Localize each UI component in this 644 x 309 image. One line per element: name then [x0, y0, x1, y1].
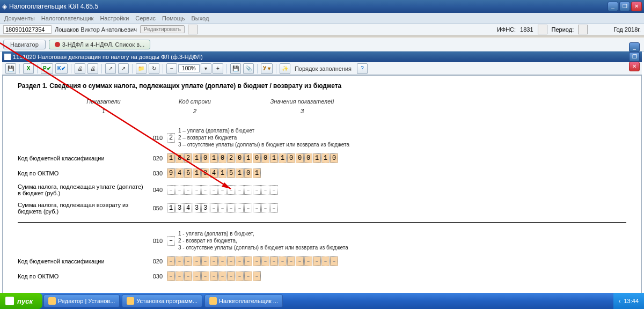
ifns-button[interactable] [538, 25, 547, 34]
toolbar-k-button[interactable]: K✔ [55, 63, 68, 74]
r030: Код по ОКТМО03094618415101 [18, 168, 626, 178]
close-button[interactable]: ✕ [631, 2, 642, 11]
period-button[interactable] [578, 25, 588, 34]
r010-cell[interactable]: 2 [167, 133, 175, 143]
r040-label: Сумма налога, подлежащая уплате (доплате… [18, 183, 147, 196]
task-1[interactable]: Установка программ... [122, 295, 202, 307]
r020-code: 020 [147, 155, 163, 161]
menu-service[interactable]: Сервис [135, 15, 156, 21]
toolbar-wand-icon[interactable]: ✨ [280, 63, 290, 74]
doc-titlebar: 1151020 Налоговая декларация по налогу н… [2, 52, 642, 62]
maximize-button[interactable]: ❐ [619, 2, 630, 11]
taxpayer-name: Лошаков Виктор Анатольевич [55, 26, 137, 33]
toolbar-refresh-icon[interactable]: ↻ [149, 63, 159, 74]
start-button[interactable]: пуск [0, 293, 42, 309]
r010b-cell[interactable]: – [167, 236, 175, 246]
square-button[interactable] [188, 25, 197, 34]
r030b-cells[interactable]: ––––––––––– [167, 271, 261, 281]
menu-exit[interactable]: Выход [192, 15, 209, 21]
toolbar-export-icon[interactable]: ↗ [105, 63, 116, 74]
year-value: Год 2018г. [613, 26, 641, 33]
r030-code: 030 [147, 170, 163, 176]
app-title: Налогоплательщик ЮЛ 4.65.5 [9, 3, 98, 10]
menu-taxpayer[interactable]: Налогоплательщик [41, 15, 94, 21]
r020-label: Код бюджетной классификации [18, 155, 147, 161]
r010-code: 010 [147, 135, 163, 141]
ndfl-icon [55, 42, 60, 47]
r020b-label: Код бюджетной классификации [18, 258, 147, 264]
start-label: пуск [17, 297, 33, 305]
toolbar-folder-icon[interactable]: 📁 [136, 63, 147, 74]
colhead-1: Показатели [39, 98, 168, 105]
menu-settings[interactable]: Настройки [100, 15, 129, 21]
zoom-input[interactable] [178, 64, 200, 72]
toolbar-help-icon[interactable]: ? [357, 63, 368, 74]
toolbar-p-button[interactable]: P✔ [41, 63, 53, 74]
edit-button[interactable]: Редактировать [140, 25, 185, 33]
r040-cells[interactable]: ––––––––––––– [167, 185, 278, 195]
system-tray[interactable]: ‹ 13:44 [613, 293, 644, 309]
ifns-value: 1831 [520, 26, 533, 33]
colnum-2: 2 [168, 108, 222, 114]
task-icon-1 [127, 297, 134, 305]
r040: Сумма налога, подлежащая уплате (доплате… [18, 183, 626, 196]
ndfl-tab-label: 3-НДФЛ и 4-НДФЛ. Список в... [62, 41, 144, 48]
r050-label: Сумма налога, подлежащая возврату из бюд… [18, 202, 147, 215]
r030b-code: 030 [147, 273, 163, 279]
toolbar-save2-icon[interactable]: 💾 [230, 63, 241, 74]
infobar: Лошаков Виктор Анатольевич Редактировать… [0, 24, 644, 35]
zoom-in-button[interactable]: + [213, 63, 223, 74]
doc-close-button[interactable]: ✕ [629, 62, 640, 71]
period-label: Период: [552, 26, 574, 33]
toolbar-export2-icon[interactable]: ↗ [118, 63, 129, 74]
menu-documents[interactable]: Документы [4, 15, 35, 21]
menu-help[interactable]: Помощь [162, 15, 185, 21]
menubar: Документы Налогоплательщик Настройки Сер… [0, 13, 644, 24]
doc-body[interactable]: Раздел 1. Сведения о суммах налога, подл… [2, 75, 642, 295]
zoom-out-button[interactable]: − [166, 63, 177, 74]
r010b: 010–1 - уплата (доплата) в бюджет, 2 - в… [18, 230, 626, 251]
nav-row: Навигатор 3-НДФЛ и 4-НДФЛ. Список в... [0, 38, 644, 52]
doc-title: 1151020 Налоговая декларация по налогу н… [13, 54, 203, 60]
taxpayer-id-input[interactable] [3, 25, 52, 34]
order-link[interactable]: Порядок заполнения [295, 65, 352, 72]
r030-label: Код по ОКТМО [18, 170, 147, 176]
toolbar-attach-icon[interactable]: 📎 [243, 63, 254, 74]
toolbar-print2-icon[interactable]: 🖨 [87, 63, 98, 74]
toolbar-print-icon[interactable]: 🖨 [75, 63, 85, 74]
doc-minimize-button[interactable]: _ [629, 42, 640, 52]
r050-cells[interactable]: 13433–––––––– [167, 203, 278, 213]
toolbar-save-icon[interactable]: 💾 [5, 63, 16, 74]
r030-cells[interactable]: 94618415101 [167, 168, 261, 178]
toolbar-y-button[interactable]: У ▾ [261, 63, 273, 74]
r010-legend: 1 – уплата (доплата) в бюджет 2 – возвра… [178, 127, 349, 148]
r020b: Код бюджетной классификации020––––––––––… [18, 256, 626, 266]
zoom-dropdown-button[interactable]: ▾ [201, 63, 211, 74]
doc-maximize-button[interactable]: ❐ [629, 52, 640, 62]
doc-toolbar: 💾 X P✔ K✔ 🖨 🖨 ↗ ↗ 📁 ↻ − ▾ + 💾 📎 У ▾ ✨ По… [2, 62, 642, 75]
r030b: Код по ОКТМО030––––––––––– [18, 271, 626, 281]
r050: Сумма налога, подлежащая возврату из бюд… [18, 202, 626, 215]
app-icon: ◈ [2, 3, 7, 10]
doc-icon [4, 54, 11, 60]
tray-icon: ‹ [619, 298, 621, 304]
minimize-button[interactable]: _ [608, 2, 618, 11]
r010b-code: 010 [147, 238, 163, 244]
ifns-label: ИФНС: [497, 26, 516, 33]
r010: 01021 – уплата (доплата) в бюджет 2 – во… [18, 127, 626, 148]
r050-code: 050 [147, 205, 163, 211]
clock: 13:44 [624, 298, 639, 304]
r010b-legend: 1 - уплата (доплата) в бюджет, 2 - возвр… [178, 230, 348, 251]
r020b-cells[interactable]: –––––––––––––––––––– [167, 256, 338, 266]
task-2[interactable]: Налогоплательщик ... [204, 295, 283, 307]
colhead-2: Код строки [168, 98, 222, 105]
ndfl-tab[interactable]: 3-НДФЛ и 4-НДФЛ. Список в... [49, 40, 150, 49]
toolbar-excel-icon[interactable]: X [23, 63, 34, 74]
navigator-button[interactable]: Навигатор [3, 40, 46, 49]
windows-logo-icon [5, 297, 14, 305]
r020-cells[interactable]: 18210102010011000110 [167, 153, 338, 163]
r040-code: 040 [147, 187, 163, 193]
colhead-3: Значения показателей [222, 98, 383, 105]
task-icon-2 [209, 297, 217, 305]
task-0[interactable]: Редактор | Установ... [43, 295, 120, 307]
